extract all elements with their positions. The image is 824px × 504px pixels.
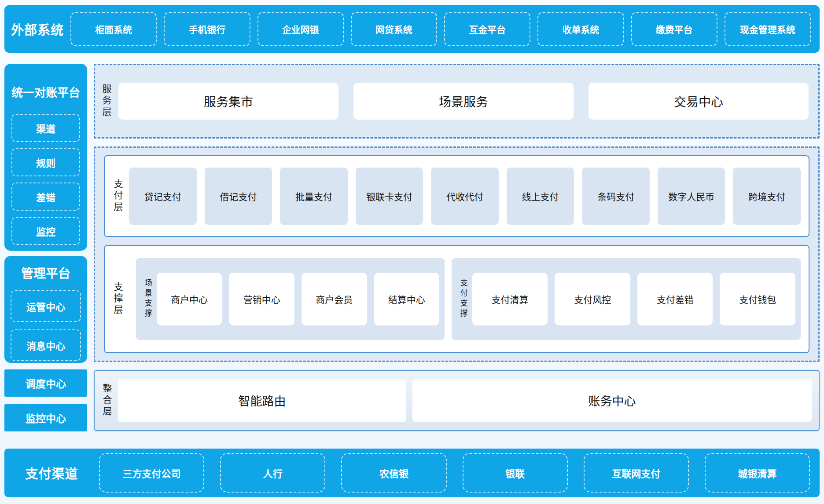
payment-node: 借记支付 (205, 168, 272, 225)
management-node: 消息中心 (11, 329, 81, 361)
reconciliation-node: 监控 (11, 217, 80, 245)
external-systems-list: 柜面系统手机银行企业网银网贷系统互金平台收单系统缴费平台现金管理系统 (70, 12, 811, 46)
payment-node: 数字人民币 (658, 168, 725, 225)
reconciliation-node: 渠道 (11, 114, 80, 142)
scene-support-node: 结算中心 (374, 273, 440, 325)
service-layer: 服务层 服务集市场景服务交易中心 (94, 64, 820, 139)
payment-channels-title: 支付渠道 (4, 464, 99, 482)
payment-support-node: 支付清算 (472, 273, 548, 325)
service-layer-items: 服务集市场景服务交易中心 (118, 83, 809, 120)
monitor-center-box: 监控中心 (4, 404, 87, 431)
payment-node: 跨境支付 (733, 168, 801, 225)
external-systems-bar: 外部系统 柜面系统手机银行企业网银网贷系统互金平台收单系统缴费平台现金管理系统 (4, 5, 820, 53)
payment-support-container: 支付层 贷记支付借记支付批量支付银联卡支付代收代付线上支付条码支付数字人民币跨境… (94, 146, 820, 362)
dispatch-center-box: 调度中心 (4, 369, 87, 397)
payment-channel-node: 城银清算 (705, 453, 810, 493)
payment-layer: 支付层 贷记支付借记支付批量支付银联卡支付代收代付线上支付条码支付数字人民币跨境… (104, 155, 809, 237)
scene-support-node: 商户中心 (157, 273, 222, 325)
integration-layer-items: 智能路由 账务中心 (118, 380, 812, 422)
payment-node: 贷记支付 (129, 168, 197, 225)
external-systems-title: 外部系统 (4, 20, 70, 38)
payment-support-items: 支付清算支付风控支付差错支付钱包 (472, 273, 795, 325)
integration-layer: 整合层 智能路由 账务中心 (94, 370, 820, 431)
payment-support-node: 支付差错 (637, 273, 713, 325)
payment-support-label: 支付支撑 (459, 279, 467, 319)
support-layer-label: 支撑层 (113, 282, 123, 316)
payment-node: 代收代付 (431, 168, 499, 225)
payment-layer-label: 支付层 (113, 179, 123, 213)
payment-channel-node: 人行 (220, 453, 325, 493)
scene-support-group: 场景支撑 商户中心营销中心商户会员结算中心 (136, 258, 445, 340)
scene-support-items: 商户中心营销中心商户会员结算中心 (157, 273, 439, 325)
service-node: 场景服务 (353, 83, 574, 120)
reconciliation-platform-title: 统一对账平台 (5, 84, 86, 100)
external-system-node: 手机银行 (164, 12, 250, 46)
payment-node: 线上支付 (507, 168, 574, 225)
external-system-node: 柜面系统 (70, 12, 157, 46)
integration-layer-label: 整合层 (102, 383, 112, 418)
service-layer-label: 服务层 (101, 84, 111, 118)
diagram-body: 统一对账平台 渠道规则差错监控 管理平台 运管中心消息中心 调度中心 监控中心 … (4, 64, 820, 431)
reconciliation-node: 差错 (11, 183, 80, 211)
service-node: 服务集市 (118, 83, 338, 120)
payment-layer-items: 贷记支付借记支付批量支付银联卡支付代收代付线上支付条码支付数字人民币跨境支付 (129, 168, 801, 225)
scene-support-node: 商户会员 (302, 273, 367, 325)
layer-stack: 服务层 服务集市场景服务交易中心 支付层 贷记支付借记支付批量支付银联卡支付代收… (94, 64, 820, 431)
payment-support-node: 支付风控 (555, 273, 630, 325)
accounting-center-node: 账务中心 (412, 380, 812, 422)
payment-channel-node: 三方支付公司 (99, 453, 204, 493)
payment-channel-node: 互联网支付 (584, 453, 689, 493)
payment-support-node: 支付钱包 (720, 273, 795, 325)
smart-routing-node: 智能路由 (118, 380, 406, 422)
external-system-node: 网贷系统 (351, 12, 437, 46)
payment-channel-node: 农信银 (341, 453, 446, 493)
support-layer: 支撑层 场景支撑 商户中心营销中心商户会员结算中心 支付支撑 支付清算支付风控支… (104, 245, 809, 353)
management-items: 运管中心消息中心 (4, 290, 87, 369)
management-node: 运管中心 (11, 290, 81, 322)
external-system-node: 现金管理系统 (725, 12, 811, 46)
payment-node: 银联卡支付 (356, 168, 423, 225)
left-sidebar: 统一对账平台 渠道规则差错监控 管理平台 运管中心消息中心 调度中心 监控中心 (4, 64, 87, 431)
reconciliation-node: 规则 (11, 148, 80, 176)
external-system-node: 收单系统 (537, 12, 624, 46)
payment-node: 批量支付 (280, 168, 348, 225)
payment-support-group: 支付支撑 支付清算支付风控支付差错支付钱包 (452, 258, 801, 340)
payment-node: 条码支付 (582, 168, 650, 225)
service-node: 交易中心 (589, 83, 809, 120)
payment-channels-list: 三方支付公司人行农信银银联互联网支付城银清算 (99, 453, 810, 493)
reconciliation-items: 渠道规则差错监控 (4, 114, 87, 251)
reconciliation-platform-panel: 统一对账平台 渠道规则差错监控 (4, 64, 87, 251)
scene-support-node: 营销中心 (229, 273, 294, 325)
management-platform-panel: 管理平台 运管中心消息中心 (4, 256, 87, 363)
payment-channel-node: 银联 (463, 453, 568, 493)
external-system-node: 互金平台 (444, 12, 530, 46)
payment-channels-bar: 支付渠道 三方支付公司人行农信银银联互联网支付城银清算 (4, 449, 820, 497)
external-system-node: 缴费平台 (631, 12, 717, 46)
external-system-node: 企业网银 (258, 12, 344, 46)
management-platform-title: 管理平台 (5, 264, 86, 281)
scene-support-label: 场景支撑 (143, 279, 151, 319)
payment-architecture-diagram: 外部系统 柜面系统手机银行企业网银网贷系统互金平台收单系统缴费平台现金管理系统 … (0, 0, 824, 504)
